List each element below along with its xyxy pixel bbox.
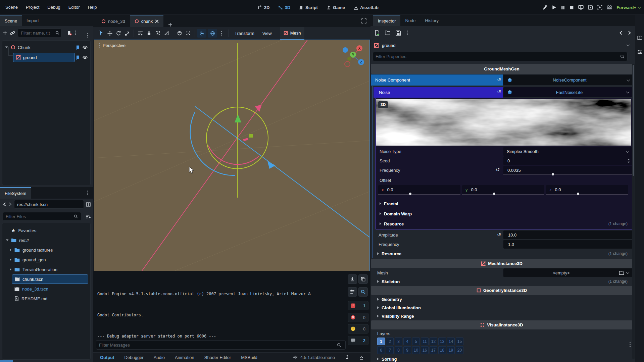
list-select-icon[interactable] [136, 31, 145, 36]
revert-icon[interactable]: ↺ [497, 89, 501, 94]
mode-script[interactable]: Script [295, 5, 322, 10]
layer-toggle-7[interactable]: 7 [386, 346, 394, 354]
history-forward-icon[interactable] [628, 31, 631, 35]
godot-tool-icon[interactable] [542, 5, 547, 10]
expand-arrow-icon[interactable] [10, 268, 11, 271]
play-scene-button[interactable] [588, 5, 593, 10]
group-fractal[interactable]: Fractal [380, 199, 398, 209]
collapse-duplicates-button[interactable] [348, 287, 357, 297]
environment-preview-toggle[interactable] [208, 29, 217, 38]
layer-toggle-17[interactable]: 17 [430, 346, 437, 354]
layer-toggle-1[interactable]: 1 [377, 338, 385, 345]
res-root-item[interactable]: res:// [4, 236, 90, 245]
layer-toggle-15[interactable]: 15 [456, 338, 463, 345]
extra-filter-button[interactable] [637, 50, 642, 55]
sort-files-icon[interactable] [86, 214, 91, 219]
mode-2d[interactable]: 2D [253, 5, 274, 10]
seed-spinbox[interactable]: 0 [503, 156, 633, 165]
history-forward-icon[interactable] [8, 202, 12, 206]
chevron-down-icon[interactable] [626, 90, 630, 94]
offset-x-field[interactable]: x 0.0 [378, 185, 460, 194]
filter-properties-input[interactable] [373, 52, 628, 61]
eye-icon[interactable] [83, 55, 88, 59]
revert-icon[interactable]: ↺ [497, 77, 501, 82]
scene-tab-node3d[interactable]: node_3d [97, 15, 130, 27]
menu-editor[interactable]: Editor [64, 0, 84, 15]
group-icon[interactable] [153, 31, 162, 36]
view-menu[interactable]: View [258, 31, 276, 36]
load-resource-icon[interactable] [385, 31, 390, 35]
snap-object-icon[interactable] [175, 31, 184, 36]
warning-counter[interactable]: 0 [348, 324, 368, 333]
lock-icon[interactable] [145, 31, 153, 36]
inspector-scrollbar[interactable] [632, 64, 635, 359]
menu-help[interactable]: Help [84, 0, 101, 15]
tree-node-chunk[interactable]: Chunk [4, 43, 90, 52]
scene-tab-chunk[interactable]: chunk [130, 15, 164, 27]
history-back-icon[interactable] [619, 31, 623, 35]
scale-tool-icon[interactable] [123, 31, 132, 36]
attach-script-icon[interactable] [67, 31, 72, 36]
inspector-menu-icon[interactable] [406, 30, 408, 36]
tab-msbuild[interactable]: MSBuild [241, 355, 257, 360]
add-node-button[interactable] [3, 31, 7, 35]
3d-viewport[interactable] [94, 40, 370, 271]
renderer-select[interactable]: Forward+ [616, 5, 641, 10]
folder-item[interactable]: ground textures [4, 245, 90, 255]
save-icon[interactable] [396, 31, 401, 36]
scene-tree-menu-icon[interactable] [75, 30, 77, 36]
menu-debug[interactable]: Debug [43, 0, 64, 15]
frequency-slider-handle[interactable] [552, 173, 554, 175]
mode-3d[interactable]: 3D [274, 5, 295, 10]
mesh-menu[interactable]: Mesh [280, 27, 304, 40]
play-current-scene-button[interactable] [597, 5, 602, 10]
folder-item[interactable]: ground_gen [4, 255, 90, 264]
tree-node-ground[interactable]: ground [4, 53, 90, 62]
frequency-slider-field[interactable]: 0.0035 [503, 166, 633, 174]
preview-3d-badge[interactable]: 3D [378, 101, 388, 108]
docs-button[interactable] [637, 36, 642, 41]
copy-output-button[interactable] [358, 274, 368, 284]
chevron-down-icon[interactable] [627, 43, 630, 47]
snap-grid-icon[interactable] [184, 31, 193, 36]
tab-shader-editor[interactable]: Shader Editor [204, 355, 231, 360]
category-visual-instance[interactable]: VisualInstance3D [371, 320, 632, 329]
noise-value[interactable]: FastNoiseLite [503, 87, 633, 97]
layer-toggle-20[interactable]: 20 [456, 346, 463, 354]
script-icon[interactable] [76, 45, 80, 50]
noise-type-select[interactable]: Simplex Smooth [503, 147, 633, 156]
clear-output-button[interactable] [348, 274, 357, 284]
mode-assetlib[interactable]: AssetLib [349, 5, 383, 10]
mesh-value[interactable]: <empty> [503, 268, 633, 277]
amplitude-field[interactable]: 10.0 [503, 230, 633, 239]
current-path-field[interactable]: res://chunk.tscn [14, 200, 84, 209]
expand-bottom-panel-icon[interactable] [359, 355, 364, 360]
file-item-selected[interactable]: chunk.tscn [4, 274, 90, 284]
group-visibility-range[interactable]: Visibility Range [377, 312, 414, 320]
filter-messages-input[interactable] [96, 340, 346, 350]
filesystem-filter-input[interactable] [3, 212, 81, 221]
error-warning-counter[interactable]: 1 [348, 301, 368, 310]
expand-arrow-icon[interactable] [10, 249, 11, 251]
layer-toggle-4[interactable]: 4 [403, 338, 411, 345]
category-ground-mesh-gen[interactable]: GroundMeshGen [371, 64, 632, 74]
group-domain-warp[interactable]: Domain Warp [380, 209, 412, 219]
layer-toggle-8[interactable]: 8 [395, 346, 402, 354]
layer-toggle-12[interactable]: 12 [430, 338, 437, 345]
remote-debug-icon[interactable] [578, 5, 584, 10]
folder-icon[interactable] [619, 271, 624, 275]
offset-x-slider-handle[interactable] [409, 193, 411, 195]
ruler-icon[interactable] [162, 31, 171, 36]
offset-z-slider-handle[interactable] [577, 193, 579, 195]
tab-animation[interactable]: Animation [175, 355, 194, 360]
file-item[interactable]: README.md [4, 294, 90, 303]
revert-icon[interactable]: ↺ [497, 232, 501, 237]
collapse-arrow-icon[interactable] [6, 240, 9, 241]
scrollbar-thumb[interactable] [633, 65, 634, 176]
tab-filesystem[interactable]: FileSystem [0, 187, 31, 199]
spinner-updown-icon[interactable] [627, 159, 630, 163]
scene-filter-input[interactable] [18, 29, 61, 37]
group-skeleton[interactable]: Skeleton [377, 277, 400, 286]
split-dock-icon[interactable] [86, 202, 91, 207]
layer-toggle-3[interactable]: 3 [395, 338, 402, 345]
